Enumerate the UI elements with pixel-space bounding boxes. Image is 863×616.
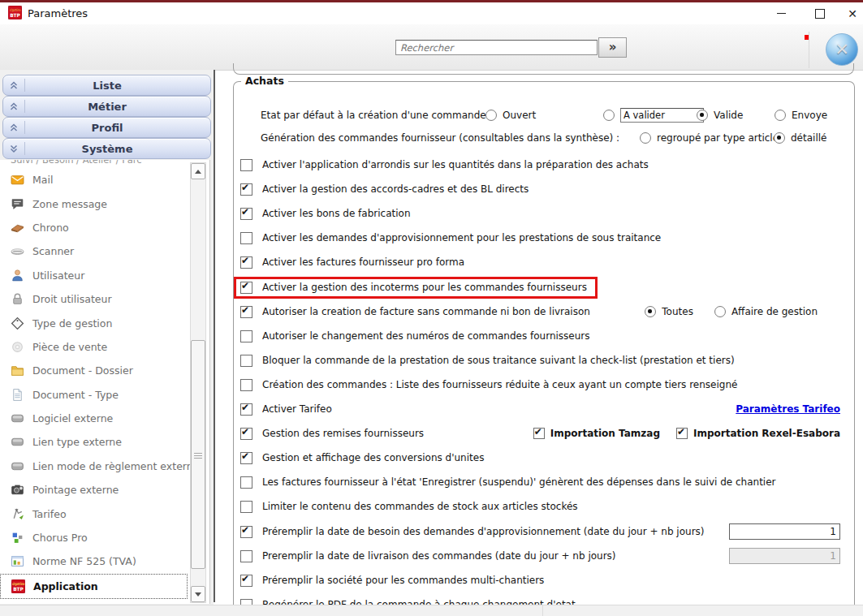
sidebar-item-application[interactable]: OptimBTPApplication	[0, 574, 188, 599]
norme-icon	[11, 554, 24, 568]
checkbox[interactable]: ✔	[240, 526, 252, 538]
checkbox[interactable]: ✔	[240, 452, 252, 464]
chevron-double-down-icon[interactable]	[3, 142, 25, 155]
checkbox[interactable]: ✔	[240, 306, 252, 318]
radio-option-a-valider: A valider	[603, 106, 704, 124]
checkbox[interactable]: ✔	[533, 428, 545, 439]
sidebar-item-type-de-gestion[interactable]: Type de gestion	[0, 311, 209, 334]
sidebar-item-document-dossier[interactable]: Document - Dossier	[0, 359, 209, 382]
sidebar-item-lien-mode-de-reglement-externe[interactable]: Lien mode de règlement externe	[0, 454, 209, 478]
scroll-down-button[interactable]	[191, 586, 205, 602]
scroll-up-button[interactable]	[191, 163, 205, 179]
minimize-button[interactable]	[769, 2, 793, 24]
checkbox-label: Bloquer la commande de la prestation de …	[262, 355, 735, 366]
checkbox[interactable]	[240, 330, 252, 342]
sidebar-item-chorus-pro[interactable]: Chorus Pro	[0, 526, 209, 549]
checkbox[interactable]: ✔	[240, 183, 252, 196]
sidebar-item-mail[interactable]: Mail	[0, 168, 209, 192]
sidebar-item-pointage-externe[interactable]: Pointage externe	[0, 478, 209, 502]
search-input[interactable]	[395, 40, 598, 55]
maximize-button[interactable]	[808, 2, 832, 24]
sidebar-item-clipped[interactable]: Suivi / Besoin / Atelier / Parc	[0, 160, 209, 168]
checkbox[interactable]	[240, 476, 252, 489]
close-button[interactable]: ✕	[840, 2, 863, 24]
sidebar-item-logiciel-externe[interactable]: Logiciel externe	[0, 407, 209, 430]
checkbox-row-activer-les-demandes-d-approvisionnement: Activer les demandes d'approvisionnement…	[239, 228, 850, 248]
sidebar-item-lien-type-externe[interactable]: Lien type externe	[0, 430, 209, 454]
checkbox[interactable]	[240, 550, 252, 562]
nb-jours-input[interactable]: 1	[729, 523, 840, 540]
thumb-grip-icon	[194, 453, 202, 460]
checkbox[interactable]	[240, 232, 252, 244]
radio-label: regroupé par type article	[657, 132, 779, 144]
checkbox[interactable]: ✔	[240, 575, 252, 587]
sidebar-item-utilisateur[interactable]: Utilisateur	[0, 264, 209, 287]
sidebar-group-label: Profil	[25, 122, 189, 134]
checkbox-row-activer-l-application-d-arrondis-sur-les: Activer l'application d'arrondis sur les…	[239, 155, 850, 174]
check-icon: ✔	[241, 426, 249, 437]
checkbox[interactable]: ✔	[240, 208, 252, 220]
user-icon	[11, 269, 24, 282]
checkbox[interactable]	[240, 159, 252, 171]
etat-textbox[interactable]: A valider	[620, 108, 704, 123]
checkbox[interactable]: ✔	[240, 256, 252, 269]
parametres-tarifeo-link[interactable]: Paramètres Tarifeo	[736, 403, 840, 415]
app-logo-icon: OptimBTP	[8, 6, 22, 19]
sidebar-item-label: Document - Dossier	[32, 364, 133, 377]
radio-button[interactable]	[603, 110, 615, 121]
chevron-double-up-icon[interactable]	[3, 100, 25, 113]
etat-defaut-row: Etat par défaut à la création d'une comm…	[239, 106, 850, 125]
chevron-double-up-icon[interactable]	[3, 79, 25, 92]
checkbox[interactable]	[240, 355, 252, 367]
sidebar-item-label: Type de gestion	[32, 317, 112, 330]
radio-option-affaire-de-gestion: Affaire de gestion	[714, 306, 818, 317]
title-bar: OptimBTP Paramètres ✕	[0, 2, 863, 24]
search-go-button[interactable]: »	[598, 37, 627, 58]
sidebar-group-metier[interactable]: Métier	[2, 96, 211, 117]
radio-button[interactable]	[485, 110, 497, 121]
radio-option-detaille: détaillé	[774, 129, 826, 147]
sidebar-item-document-type[interactable]: Document - Type	[0, 383, 209, 407]
chrono-icon	[11, 221, 24, 235]
sidebar-item-droit-utilisateur[interactable]: Droit utilisateur	[0, 287, 209, 311]
radio-label: Affaire de gestion	[731, 306, 818, 317]
sidebar-item-tarifeo[interactable]: Tarifeo	[0, 502, 209, 525]
sidebar-item-zone-message[interactable]: Zone message	[0, 192, 209, 215]
radio-button[interactable]	[714, 306, 726, 317]
checkbox[interactable]: ✔	[240, 403, 252, 416]
close-panel-button[interactable]: ✕	[826, 33, 858, 66]
checkbox-row-activer-tarifeo: ✔Activer TarifeoParamètres Tarifeo	[239, 399, 850, 419]
checkbox[interactable]	[240, 379, 252, 391]
sidebar-item-scanner[interactable]: Scanner	[0, 239, 209, 263]
sidebar-group-systeme[interactable]: Système	[2, 138, 211, 159]
sidebar-group-profil[interactable]: Profil	[2, 117, 211, 138]
sidebar-group-liste[interactable]: Liste	[2, 75, 211, 96]
chorus-icon	[11, 531, 24, 545]
checkbox[interactable]: ✔	[676, 428, 688, 439]
radio-button[interactable]	[697, 110, 708, 121]
mail-icon	[11, 173, 24, 187]
radio-button[interactable]	[775, 110, 786, 121]
scrollbar-thumb[interactable]	[191, 340, 205, 569]
chevron-double-up-icon[interactable]	[3, 121, 25, 134]
sidebar-item-norme-nf-525-tva[interactable]: Norme NF 525 (TVA)	[0, 549, 209, 573]
sidebar-item-chrono[interactable]: Chrono	[0, 216, 209, 239]
checkbox-option-importation-rexel-esabora: ✔Importation Rexel-Esabora	[676, 428, 840, 439]
radio-button[interactable]	[640, 132, 651, 144]
sidebar-scrollbar[interactable]	[190, 162, 206, 603]
import-checkbox-group: ✔Importation Tamzag✔Importation Rexel-Es…	[533, 424, 840, 443]
checkbox-row-preremplir-la-societe-pour-les-commandes: ✔Préremplir la société pour les commande…	[239, 571, 850, 590]
checkbox[interactable]: ✔	[240, 428, 252, 440]
checkbox[interactable]	[240, 501, 252, 513]
radio-label: Ouvert	[503, 110, 536, 121]
extbtn-icon	[11, 459, 24, 473]
checkbox-label: Activer la gestion des incoterms pour le…	[262, 282, 587, 293]
radio-button[interactable]	[774, 132, 785, 144]
checkbox-label: Limiter le contenu des commandes de stoc…	[262, 501, 578, 512]
checkbox[interactable]: ✔	[240, 282, 252, 294]
sidebar-item-piece-de-vente[interactable]: Pièce de vente	[0, 335, 209, 359]
sidebar-item-label: Zone message	[32, 198, 107, 210]
generation-row: Génération des commandes fournisseur (co…	[239, 128, 850, 148]
nb-jours-input[interactable]: 1	[729, 548, 840, 564]
radio-button[interactable]	[645, 306, 656, 317]
